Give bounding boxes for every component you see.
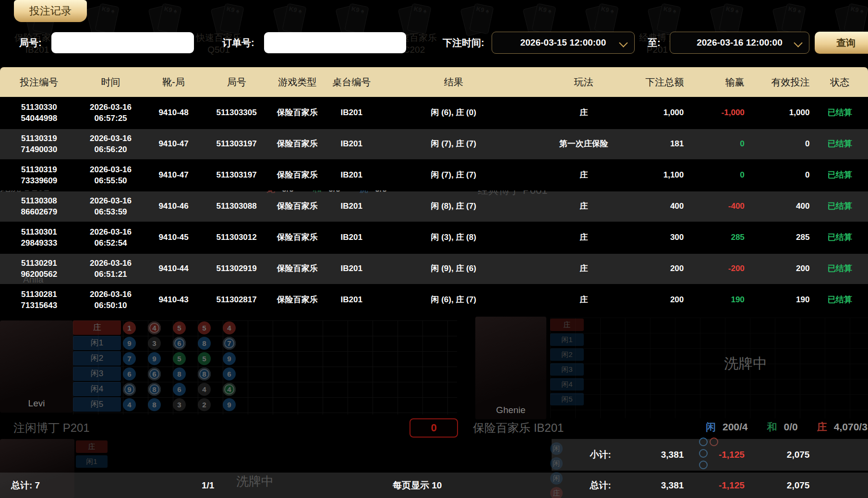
cell-result: 闲 (9), 庄 (6) — [377, 263, 529, 274]
summary-total: 3,381 — [638, 449, 686, 461]
cell-total: 200 — [638, 295, 686, 306]
table-row: 51130301 298493332026-03-16 06:52:549410… — [0, 223, 868, 253]
records-body: 51130330 540449982026-03-16 06:57:259410… — [0, 98, 868, 316]
cell-play: 第一次庄保险 — [530, 139, 638, 150]
summary-total: 3,381 — [638, 479, 686, 492]
header-0: 投注编号 — [0, 76, 78, 89]
cell-round: 511302919 — [204, 263, 269, 274]
summary-winloss: -1,125 — [686, 449, 747, 461]
cell-status: 已结算 — [811, 107, 868, 119]
header-9: 输赢 — [686, 76, 747, 89]
cell-tbl: IB201 — [326, 201, 377, 212]
table-row: 51130308 866026792026-03-16 06:53:599410… — [0, 191, 868, 222]
cell-shoe: 9410-47 — [143, 139, 204, 150]
cell-wl: -1,000 — [686, 107, 747, 119]
cell-result: 闲 (7), 庄 (7) — [377, 170, 529, 181]
cell-bet: 51130281 71315643 — [0, 289, 78, 311]
cell-dt: 2026-03-16 06:53:59 — [78, 196, 144, 218]
grand-total-row: 总计:3,381-1,1252,075 — [0, 473, 868, 498]
cell-dt: 2026-03-16 06:57:25 — [78, 102, 144, 124]
bet-time-to-value: 2026-03-16 12:00:00 — [697, 37, 783, 48]
cell-play: 庄 — [530, 201, 638, 212]
cell-round: 511303088 — [204, 201, 269, 212]
cell-valid: 400 — [747, 201, 812, 212]
cell-game: 保险百家乐 — [269, 107, 326, 119]
header-10: 有效投注 — [747, 76, 812, 89]
cell-result: 闲 (6), 庄 (7) — [377, 295, 529, 306]
cell-play: 庄 — [530, 263, 638, 274]
cell-wl: 285 — [686, 232, 747, 243]
bet-time-to-dropdown[interactable]: 2026-03-16 12:00:00 — [670, 32, 809, 54]
table-row: 51130319 733396092026-03-16 06:55:509410… — [0, 160, 868, 190]
cell-total: 1,100 — [638, 170, 686, 181]
cell-wl: -400 — [686, 201, 747, 212]
cell-result: 闲 (7), 庄 (7) — [377, 139, 529, 150]
cell-game: 保险百家乐 — [269, 295, 326, 306]
cell-dt: 2026-03-16 06:52:54 — [78, 227, 144, 249]
header-3: 局号 — [204, 76, 269, 89]
cell-round: 511303012 — [204, 232, 269, 243]
chevron-down-icon — [619, 38, 627, 47]
cell-valid: 285 — [747, 232, 812, 243]
cell-dt: 2026-03-16 06:50:10 — [78, 289, 144, 311]
cell-shoe: 9410-44 — [143, 263, 204, 274]
cell-play: 庄 — [530, 107, 638, 119]
cell-shoe: 9410-47 — [143, 170, 204, 181]
cell-game: 保险百家乐 — [269, 201, 326, 212]
cell-wl: -200 — [686, 263, 747, 274]
summary-label: 小计: — [530, 449, 638, 461]
cell-wl: 190 — [686, 295, 747, 306]
header-2: 靴-局 — [143, 76, 204, 89]
cell-play: 庄 — [530, 170, 638, 181]
header-8: 下注总额 — [638, 76, 686, 89]
cell-wl: 0 — [686, 139, 747, 150]
order-number-input[interactable] — [264, 32, 406, 53]
cell-total: 200 — [638, 263, 686, 274]
cell-shoe: 9410-48 — [143, 107, 204, 119]
cell-round: 511303305 — [204, 107, 269, 119]
cell-game: 保险百家乐 — [269, 263, 326, 274]
cell-dt: 2026-03-16 06:51:21 — [78, 258, 144, 280]
cell-status: 已结算 — [811, 139, 868, 150]
cell-round: 511303197 — [204, 139, 269, 150]
table-row: 51130291 962005622026-03-16 06:51:219410… — [0, 254, 868, 284]
cell-round: 511303197 — [204, 170, 269, 181]
bet-time-from-value: 2026-03-15 12:00:00 — [520, 37, 606, 48]
cell-valid: 200 — [747, 263, 812, 274]
cell-game: 保险百家乐 — [269, 232, 326, 243]
round-number-input[interactable] — [51, 32, 194, 53]
cell-result: 闲 (8), 庄 (7) — [377, 201, 529, 212]
cell-valid: 190 — [747, 295, 812, 306]
cell-bet: 51130319 73339609 — [0, 165, 78, 187]
cell-total: 300 — [638, 232, 686, 243]
table-header: 投注编号时间靴-局局号游戏类型桌台编号结果玩法下注总额输赢有效投注状态 — [0, 67, 868, 97]
header-4: 游戏类型 — [269, 76, 326, 89]
records-overlay: 投注记录 局号: 订单号: 下注时间: 2026-03-15 12:00:00 … — [0, 0, 868, 498]
cell-play: 庄 — [530, 232, 638, 243]
bet-records-tab[interactable]: 投注记录 — [14, 0, 87, 22]
bet-time-label: 下注时间: — [443, 32, 484, 53]
header-1: 时间 — [78, 76, 144, 89]
to-label: 至: — [648, 32, 661, 53]
cell-valid: 1,000 — [747, 107, 812, 119]
search-button[interactable]: 查询 — [815, 32, 868, 54]
order-number-label: 订单号: — [222, 32, 254, 53]
cell-play: 庄 — [530, 295, 638, 306]
cell-bet: 51130330 54044998 — [0, 102, 78, 124]
cell-game: 保险百家乐 — [269, 139, 326, 150]
summary-valid: 2,075 — [747, 449, 812, 461]
cell-valid: 0 — [747, 170, 812, 181]
subtotal-row: 小计:3,381-1,1252,075 — [0, 439, 868, 471]
betting-records-screen: K9 ♠K9 ♠K9 ♠K9 ♠K9 ♠K9 ♠K9 ♠K9 ♠K9 ♠K9 ♠… — [0, 0, 868, 498]
summary-valid: 2,075 — [747, 479, 812, 492]
cell-status: 已结算 — [811, 201, 868, 212]
round-number-label: 局号: — [19, 32, 42, 53]
bet-time-from-dropdown[interactable]: 2026-03-15 12:00:00 — [492, 32, 635, 54]
summary-label: 总计: — [530, 479, 638, 492]
cell-status: 已结算 — [811, 232, 868, 243]
cell-status: 已结算 — [811, 170, 868, 181]
cell-shoe: 9410-45 — [143, 232, 204, 243]
table-row: 51130319 714900302026-03-16 06:56:209410… — [0, 129, 868, 159]
cell-total: 400 — [638, 201, 686, 212]
header-5: 桌台编号 — [326, 76, 377, 89]
